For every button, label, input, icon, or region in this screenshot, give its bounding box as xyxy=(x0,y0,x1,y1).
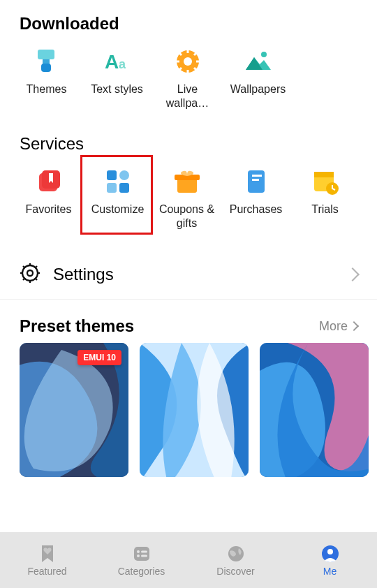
settings-label: Settings xyxy=(53,265,348,284)
svg-rect-18 xyxy=(107,170,117,180)
svg-rect-20 xyxy=(107,183,117,193)
svg-point-46 xyxy=(137,554,140,557)
services-item-coupons[interactable]: Coupons & gifts xyxy=(152,161,221,235)
person-icon xyxy=(320,543,341,564)
svg-rect-0 xyxy=(38,50,54,59)
downloaded-label: Wallpapers xyxy=(230,82,286,96)
settings-row[interactable]: Settings xyxy=(0,250,377,300)
svg-point-50 xyxy=(327,549,333,554)
gear-icon xyxy=(20,263,40,286)
more-label: More xyxy=(319,319,348,334)
svg-point-44 xyxy=(137,550,140,553)
svg-rect-26 xyxy=(252,179,259,181)
chevron-right-icon xyxy=(349,321,359,331)
aa-icon: Aa xyxy=(101,45,134,78)
svg-point-6 xyxy=(184,57,192,66)
list-icon xyxy=(131,543,152,564)
preset-themes-more[interactable]: More xyxy=(319,319,357,334)
svg-rect-2 xyxy=(41,64,51,72)
nav-featured[interactable]: Featured xyxy=(0,532,94,588)
svg-rect-21 xyxy=(119,183,129,193)
services-label: Trials xyxy=(311,203,339,216)
globe-icon xyxy=(226,543,246,564)
nav-label: Me xyxy=(323,566,337,577)
heart-tag-icon xyxy=(37,543,58,564)
svg-text:A: A xyxy=(105,51,119,73)
svg-rect-25 xyxy=(252,175,262,177)
svg-rect-19 xyxy=(119,170,129,180)
downloaded-item-text-styles[interactable]: Aa Text styles xyxy=(82,41,152,115)
emui-badge: EMUI 10 xyxy=(77,350,121,365)
svg-text:a: a xyxy=(119,57,126,71)
theme-card-3[interactable] xyxy=(260,343,369,477)
brush-icon xyxy=(30,45,64,78)
calendar-clock-icon xyxy=(309,165,342,198)
downloaded-label: Live wallpa… xyxy=(155,82,220,110)
services-grid: Favorites Customize Coupons & gifts Purc… xyxy=(0,161,377,235)
svg-point-15 xyxy=(261,52,267,57)
nav-discover[interactable]: Discover xyxy=(188,532,283,588)
section-downloaded-title: Downloaded xyxy=(0,0,377,41)
nav-me[interactable]: Me xyxy=(283,532,377,588)
preset-themes-row: EMUI 10 xyxy=(0,343,377,477)
nav-label: Categories xyxy=(118,566,165,577)
gear-sun-icon xyxy=(171,45,205,78)
downloaded-item-themes[interactable]: Themes xyxy=(11,41,82,115)
theme-card-1[interactable]: EMUI 10 xyxy=(20,343,128,477)
svg-point-31 xyxy=(27,270,33,276)
bookmark-icon xyxy=(32,165,66,198)
downloaded-item-live-wallpapers[interactable]: Live wallpa… xyxy=(152,41,223,115)
downloaded-label: Text styles xyxy=(91,82,143,96)
downloaded-grid: Themes Aa Text styles Live wallpa… Wallp… xyxy=(0,41,377,115)
downloaded-item-wallpapers[interactable]: Wallpapers xyxy=(223,41,293,115)
section-services-title: Services xyxy=(0,115,377,161)
services-item-trials[interactable]: Trials xyxy=(290,161,360,235)
svg-rect-28 xyxy=(314,172,334,177)
services-item-favorites[interactable]: Favorites xyxy=(14,161,83,235)
nav-label: Discover xyxy=(216,566,254,577)
nav-categories[interactable]: Categories xyxy=(94,532,188,588)
grid-icon xyxy=(101,165,135,198)
services-label: Customize xyxy=(91,203,145,216)
nav-label: Featured xyxy=(27,566,66,577)
services-item-customize[interactable]: Customize xyxy=(83,161,152,235)
preset-themes-header: Preset themes More xyxy=(0,304,377,343)
services-label: Favorites xyxy=(26,203,72,216)
theme-card-2[interactable] xyxy=(140,343,249,477)
receipt-icon xyxy=(239,165,273,198)
svg-rect-24 xyxy=(248,170,265,193)
chevron-right-icon xyxy=(346,267,360,281)
gift-icon xyxy=(170,165,204,198)
downloaded-label: Themes xyxy=(27,82,67,96)
bottom-nav: Featured Categories Discover Me xyxy=(0,532,377,588)
svg-rect-43 xyxy=(134,547,149,561)
services-item-purchases[interactable]: Purchases xyxy=(221,161,290,235)
services-label: Coupons & gifts xyxy=(155,203,219,230)
services-label: Purchases xyxy=(230,203,283,216)
preset-themes-title: Preset themes xyxy=(20,316,134,336)
svg-rect-47 xyxy=(141,555,147,557)
svg-rect-45 xyxy=(141,551,147,553)
mountain-icon xyxy=(242,45,275,78)
